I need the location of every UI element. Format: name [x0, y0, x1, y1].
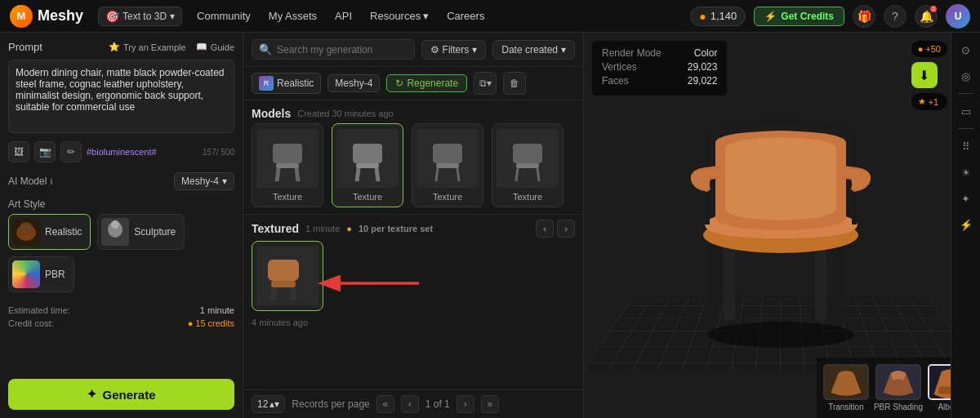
- vertices-val: 29,023: [688, 61, 718, 73]
- red-arrow: [317, 275, 423, 291]
- transition-label: Transition: [828, 402, 864, 411]
- prev-textured-button[interactable]: ‹: [536, 220, 554, 238]
- right-panel: Render Mode Color Vertices 29,023 Faces …: [584, 33, 980, 418]
- orbit-button[interactable]: ◎: [956, 65, 977, 87]
- grid-button[interactable]: ⠿: [956, 136, 977, 157]
- models-grid: Texture Texture: [243, 123, 583, 214]
- realistic-tag-label: Realistic: [277, 78, 314, 89]
- model-card-2[interactable]: Texture: [332, 123, 403, 207]
- notification-button[interactable]: 🔔 1: [915, 5, 938, 28]
- pbr-shading-label: PBR Shading: [874, 402, 923, 411]
- filters-button[interactable]: ⚙ Filters ▾: [421, 40, 487, 60]
- pbr-shading-thumb[interactable]: PBR Shading: [874, 364, 923, 411]
- app-logo[interactable]: M Meshy: [10, 5, 83, 28]
- navbar: M Meshy 🎯 Text to 3D ▾ Community My Asse…: [0, 0, 980, 33]
- next-textured-button[interactable]: ›: [557, 220, 575, 238]
- search-bar: 🔍 ⚙ Filters ▾ Date created ▾: [243, 33, 583, 67]
- user-avatar[interactable]: U: [946, 4, 970, 29]
- gift-button[interactable]: 🎁: [853, 5, 875, 28]
- model-thumb-4: [497, 129, 559, 188]
- date-created-button[interactable]: Date created ▾: [492, 40, 575, 60]
- guide-button[interactable]: 📖 Guide: [196, 42, 234, 52]
- model-card-1[interactable]: Texture: [252, 123, 323, 207]
- sun-button[interactable]: ☀: [956, 162, 977, 183]
- prev-page-button[interactable]: ‹: [401, 395, 419, 413]
- trash-icon: 🗑: [510, 78, 519, 89]
- side-toolbar: ⊙ ◎ ▭ ⠿ ☀ ✦ ⚡: [951, 33, 980, 418]
- pagination-row: 12 ▴▾ Records per page « ‹ 1 of 1 › »: [243, 389, 583, 418]
- model-label-2: Texture: [353, 192, 382, 202]
- first-page-button[interactable]: «: [376, 395, 394, 413]
- chair-svg: [652, 49, 913, 359]
- credit-cost-val: ● 15 credits: [188, 318, 234, 328]
- ai-model-label: AI Model ℹ: [8, 176, 53, 187]
- render-mode-row: Render Mode Color: [602, 47, 717, 59]
- generate-label: Generate: [102, 388, 155, 402]
- nav-community[interactable]: Community: [197, 10, 251, 22]
- download-button[interactable]: ⬇: [911, 62, 938, 88]
- model-card-4[interactable]: Texture: [492, 123, 564, 207]
- text-to-3d-button[interactable]: 🎯 Text to 3D ▾: [98, 7, 182, 26]
- monitor-button[interactable]: ▭: [956, 100, 977, 122]
- textured-title: Textured: [252, 222, 299, 235]
- per-page-val: 12: [257, 398, 268, 410]
- generate-button[interactable]: ✦ Generate: [8, 379, 234, 410]
- text3d-icon: 🎯: [105, 10, 119, 23]
- chair-3d-model: [652, 49, 913, 359]
- textured-card-1[interactable]: [252, 241, 323, 311]
- credit-cost-label: Credit cost:: [8, 318, 54, 328]
- search-input[interactable]: [277, 44, 408, 56]
- coins-badge[interactable]: ● 1,140: [690, 7, 746, 26]
- svg-line-11: [278, 168, 279, 181]
- svg-line-36: [291, 287, 292, 300]
- image-icon: 🖼: [14, 146, 24, 158]
- nav-api[interactable]: API: [335, 10, 352, 22]
- image-upload-button[interactable]: 🖼: [8, 141, 29, 162]
- model-card-3[interactable]: Texture: [412, 123, 483, 207]
- model-thumb-1: [256, 129, 318, 188]
- regenerate-button[interactable]: ↻ Regenerate: [386, 74, 467, 92]
- per-texture-label: 10 per texture set: [359, 224, 433, 233]
- pbr-style-card[interactable]: PBR: [8, 256, 74, 292]
- resources-chevron-icon: ▾: [423, 10, 429, 22]
- edit-icon: ✏: [67, 146, 75, 158]
- svg-line-34: [294, 287, 296, 300]
- help-button[interactable]: ?: [884, 5, 906, 28]
- edit-button[interactable]: ✏: [60, 141, 82, 162]
- svg-line-23: [436, 168, 438, 181]
- shader-button[interactable]: ✦: [956, 188, 977, 209]
- search-input-wrap: 🔍: [252, 39, 415, 60]
- nav-careers[interactable]: Careers: [447, 10, 484, 22]
- ai-model-select[interactable]: Meshy-4 ▾: [174, 172, 234, 190]
- run-button[interactable]: ⚡: [956, 214, 977, 235]
- meshy4-tag-label: Meshy-4: [335, 78, 372, 89]
- per-page-select[interactable]: 12 ▴▾: [252, 395, 285, 413]
- copy-button[interactable]: ⧉ ▾: [474, 72, 497, 95]
- art-style-label: Art Style: [8, 198, 234, 210]
- transition-thumb[interactable]: Transition: [823, 364, 869, 411]
- svg-rect-8: [276, 163, 299, 168]
- meshy4-tag[interactable]: Meshy-4: [327, 74, 380, 92]
- sculpture-style-card[interactable]: Sculpture: [97, 214, 185, 250]
- 3d-viewport[interactable]: Render Mode Color Vertices 29,023 Faces …: [584, 33, 980, 418]
- delete-button[interactable]: 🗑: [503, 72, 526, 95]
- try-example-button[interactable]: ⭐ Try an Example: [109, 42, 186, 52]
- search-icon: 🔍: [259, 43, 272, 56]
- nav-my-assets[interactable]: My Assets: [269, 10, 317, 22]
- svg-rect-31: [268, 260, 299, 281]
- prompt-input[interactable]: [8, 60, 234, 133]
- last-page-button[interactable]: »: [481, 395, 499, 413]
- text3d-label: Text to 3D: [122, 11, 167, 22]
- svg-line-29: [537, 168, 539, 181]
- camera-button[interactable]: 📷: [34, 141, 56, 162]
- render-mode-label: Render Mode: [602, 47, 662, 59]
- next-page-button[interactable]: ›: [457, 395, 474, 413]
- get-credits-button[interactable]: ⚡ Get Credits: [754, 7, 844, 26]
- prompt-label: Prompt: [8, 41, 42, 53]
- nav-resources[interactable]: Resources ▾: [370, 10, 429, 22]
- rotate-button[interactable]: ⊙: [956, 39, 977, 60]
- models-section-header: Models Created 30 minutes ago: [243, 100, 583, 123]
- camera-icon: 📷: [39, 146, 51, 158]
- realistic-style-card[interactable]: Realistic: [8, 214, 91, 250]
- realistic-tag[interactable]: R Realistic: [252, 73, 321, 94]
